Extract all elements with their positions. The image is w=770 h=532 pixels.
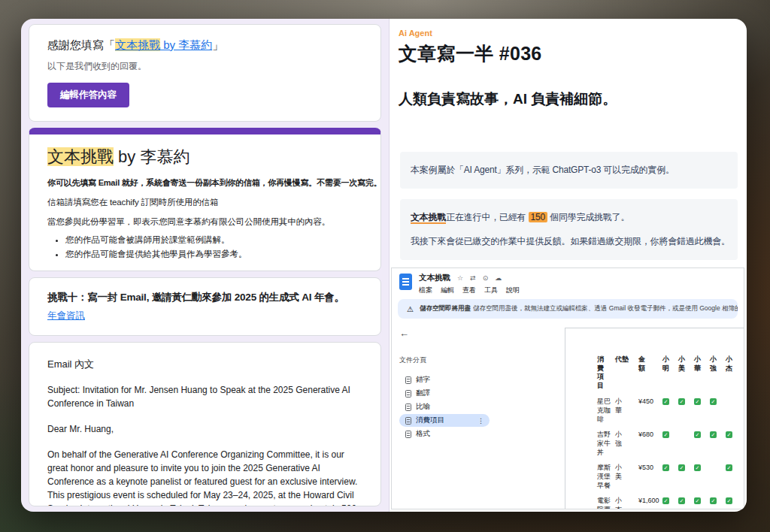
email-answer-card: Email 內文 Subject: Invitation for Mr. Jen… [29,342,381,506]
document-tab[interactable]: 錯字 ⋮ [399,373,490,386]
docs-menu-item[interactable]: 工具 [484,286,498,295]
tab-label: 消費項目 [416,416,444,425]
challenge-inline-link[interactable]: 文本挑戰 [411,212,446,224]
amount-cell: ¥450 [637,394,661,428]
checked-checkbox-icon[interactable]: ✓ [662,497,669,504]
checked-checkbox-icon[interactable]: ✓ [710,398,717,405]
expense-split-table: 消費項目代墊金額小明小美小華小強小杰 星巴克咖啡 小華 ¥450 ✓✓✓✓ [596,354,740,509]
progress-mid-text: 正在進行中，已經有 [446,212,528,222]
progress-tail-text: 個同學完成挑戰了。 [547,212,629,222]
series-callout: 本案例屬於「AI Agent」系列，示範 ChatGPT-o3 可以完成的實例。 [400,152,738,189]
checked-checkbox-icon[interactable]: ✓ [662,464,669,471]
split-check-cell [708,461,724,494]
split-check-cell: ✓ [693,461,708,494]
payer-cell: 小美 [614,461,637,494]
edit-response-button[interactable]: 編輯作答內容 [47,83,129,107]
table-header-cell: 小明 [661,354,677,394]
table-body: 星巴克咖啡 小華 ¥450 ✓✓✓✓ 吉野家牛丼 小強 [596,394,740,509]
checked-checkbox-icon[interactable]: ✓ [694,464,701,471]
split-check-cell: ✓ [677,494,693,509]
checked-checkbox-icon[interactable]: ✓ [662,431,669,438]
split-check-cell: ✓ [661,461,677,494]
article-subtitle: 人類負責寫故事，AI 負責補細節。 [399,89,738,109]
tab-document-icon [405,417,411,425]
more-options-icon[interactable]: ⋮ [477,417,484,425]
docs-menu-item[interactable]: 說明 [506,286,520,295]
docs-menu-item[interactable]: 編輯 [441,286,454,295]
docs-header: 文本挑戰 ☆ ⇄ ⊙ ☁ 檔案編輯查看工具說明 [392,268,744,297]
split-check-cell: ✓ [708,394,724,428]
split-check-cell: ✓ [693,428,708,461]
form-info-card: 文本挑戰 by 李慕約 你可以先填寫 Email 就好，系統會寄送一份副本到你的… [29,128,381,271]
docs-menu-bar: 檔案編輯查看工具說明 [419,286,520,295]
document-tab[interactable]: 比喻 ⋮ [399,401,490,413]
article-category[interactable]: Ai Agent [399,29,747,38]
challenge-question: 挑戰十：寫一封 Email, 邀請黃仁勳來參加 2025 的生成式 AI 年會。 [47,291,362,304]
back-arrow-icon[interactable]: ← [399,328,565,339]
document-tab[interactable]: 消費項目 ⋮ [399,414,490,427]
docs-title-row: 文本挑戰 ☆ ⇄ ⊙ ☁ [419,273,520,283]
checked-checkbox-icon[interactable]: ✓ [662,398,669,405]
table-header-cell: 代墊 [614,354,637,394]
table-header-row: 消費項目代墊金額小明小美小華小強小杰 [596,354,740,394]
checked-checkbox-icon[interactable]: ✓ [678,464,685,471]
document-tabs-list: 錯字 ⋮ 翻譯 ⋮ 比喻 [399,373,565,440]
docs-page-area: 消費項目代墊金額小明小美小華小強小杰 星巴克咖啡 小華 ¥450 ✓✓✓✓ [565,319,744,509]
google-docs-screenshot: 文本挑戰 ☆ ⇄ ⊙ ☁ 檔案編輯查看工具說明 ⚠ 儲存空間即將用盡儲存空間用盡… [391,268,744,509]
split-check-cell: ✓ [661,494,677,509]
tab-document-icon [405,376,411,384]
expense-row: 摩斯漢堡早餐 小美 ¥530 ✓✓✓✓ [596,461,740,494]
split-check-cell: ✓ [693,494,708,509]
checked-checkbox-icon[interactable]: ✓ [694,398,701,405]
conference-info-link[interactable]: 年會資訊 [47,310,85,322]
form-bullet-list: 您的作品可能會被講師用於課堂範例講解。您的作品可能會提供給其他學員作為學習參考。 [65,234,362,260]
checked-checkbox-icon[interactable]: ✓ [694,431,701,438]
docs-body: ← 文件分頁 錯字 ⋮ 翻譯 [392,319,744,509]
star-icon[interactable]: ☆ [457,274,463,282]
docs-menu-item[interactable]: 檔案 [419,286,432,295]
split-check-cell: ✓ [708,494,724,509]
tab-label: 翻譯 [416,388,430,398]
form-title-author: by 李慕約 [114,147,189,166]
payer-cell: 小杰 [614,494,637,509]
expense-row: 電影院票 小杰 ¥1,600 ✓✓✓✓✓ [596,494,740,509]
document-status-icon[interactable]: ⊙ [483,274,489,282]
checked-checkbox-icon[interactable]: ✓ [694,497,701,504]
form-paragraph-consent: 當您參與此份學習單，即表示您同意李慕約有限公司公開使用其中的內容。 [47,216,362,228]
email-field-label: Email 內文 [47,358,362,371]
completed-count-badge: 150 [529,212,547,222]
email-body: On behalf of the Generative AI Conferenc… [47,448,362,506]
docs-tabs-sidebar: ← 文件分頁 錯字 ⋮ 翻譯 [392,319,565,509]
split-check-cell: ✓ [677,461,693,494]
split-check-cell [724,394,740,428]
table-header-cell: 小杰 [724,354,740,394]
split-check-cell: ✓ [724,428,740,461]
payer-cell: 小強 [614,428,637,461]
email-subject: Subject: Invitation for Mr. Jensen Huang… [47,383,362,410]
expense-item-cell: 電影院票 [596,494,614,509]
document-tab[interactable]: 格式 ⋮ [399,428,490,440]
banner-text: 儲存空間即將用盡儲存空間用盡後，就無法建立或編輯檔案、透過 Gmail 收發電子… [420,304,738,313]
checked-checkbox-icon[interactable]: ✓ [726,464,732,471]
checked-checkbox-icon[interactable]: ✓ [726,431,732,438]
checked-checkbox-icon[interactable]: ✓ [710,497,717,504]
docs-menu-item[interactable]: 查看 [462,286,476,295]
table-header-cell: 小強 [708,354,724,394]
document-tab[interactable]: 翻譯 ⋮ [399,387,490,400]
checked-checkbox-icon[interactable]: ✓ [678,497,685,504]
checked-checkbox-icon[interactable]: ✓ [710,431,717,438]
checked-checkbox-icon[interactable]: ✓ [678,398,685,405]
banner-detail: 儲存空間用盡後，就無法建立或編輯檔案、透過 Gmail 收發電子郵件，或是使用 … [473,304,738,312]
move-folder-icon[interactable]: ⇄ [470,274,476,282]
checked-checkbox-icon[interactable]: ✓ [726,497,732,504]
email-greeting: Dear Mr. Huang, [47,422,362,436]
expense-row: 吉野家牛丼 小強 ¥680 ✓✓✓✓ [596,428,740,461]
amount-cell: ¥680 [637,428,661,461]
google-form-response-page: 感謝您填寫「文本挑戰 by 李慕約」 以下是我們收到的回覆。 編輯作答內容 文本… [21,19,389,512]
split-check-cell: ✓ [693,394,708,428]
form-intro-bold: 你可以先填寫 Email 就好，系統會寄送一份副本到你的信箱，你再慢慢寫。不需要… [47,177,362,189]
form-title-link[interactable]: 文本挑戰 by 李慕約 [115,38,212,51]
storage-warning-banner[interactable]: ⚠ 儲存空間即將用盡儲存空間用盡後，就無法建立或編輯檔案、透過 Gmail 收發… [398,299,738,319]
series-callout-text: 本案例屬於「AI Agent」系列，示範 ChatGPT-o3 可以完成的實例。 [411,164,727,177]
split-check-cell: ✓ [677,394,693,428]
